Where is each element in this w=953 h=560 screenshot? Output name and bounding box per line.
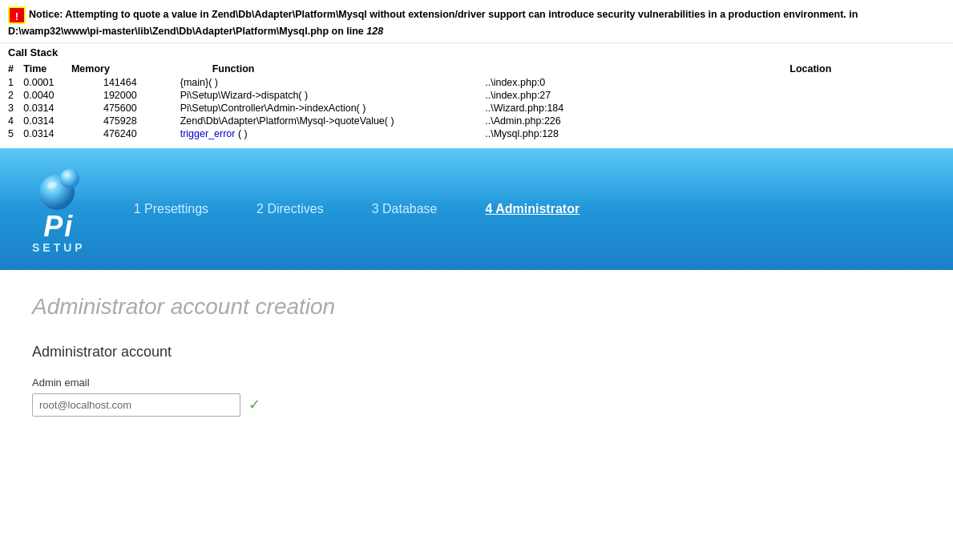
logo-sphere [34,164,83,212]
main-content: Administrator account creation Administr… [0,270,953,453]
email-input[interactable] [32,393,240,417]
email-input-row: ✓ [32,393,921,417]
section-title: Administrator account [32,344,921,361]
table-row: 10.0001141464{main}( )..\index.php:0 [8,76,945,89]
nav-step-database[interactable]: 3 Database [372,202,438,216]
nav-step-administrator[interactable]: 4 Administrator [486,202,580,216]
email-form-group: Admin email ✓ [32,377,921,417]
col-memory: Memory [71,62,164,76]
nav-steps: 1 Presettings 2 Directives 3 Database 4 … [134,202,579,216]
table-row: 30.0314475600Pi\Setup\Controller\Admin->… [8,102,945,115]
page-title: Administrator account creation [32,294,921,320]
notice-icon: ! [8,6,26,24]
nav-step-directives[interactable]: 2 Directives [256,202,324,216]
email-label: Admin email [32,377,921,389]
logo-pi-text: Pi [43,212,74,241]
col-num: # [8,62,23,76]
col-function: Function [164,62,470,76]
call-stack-title: Call Stack [8,46,945,58]
trigger-error-link[interactable]: trigger_error [180,128,236,139]
logo-area: Pi SETUP [32,164,86,254]
nav-step-presettings[interactable]: 1 Presettings [134,202,208,216]
notice-bar: !Notice: Attempting to quote a value in … [0,0,953,43]
table-row: 50.0314476240trigger_error ( )..\Mysql.p… [8,127,945,140]
table-row: 20.0040192000Pi\Setup\Wizard->dispatch( … [8,89,945,102]
call-stack-section: Call Stack # Time Memory Function Locati… [0,43,953,148]
table-row: 40.0314475928Zend\Db\Adapter\Platform\My… [8,115,945,127]
stack-table: # Time Memory Function Location 10.00011… [8,62,945,140]
col-location: Location [469,62,945,76]
svg-point-1 [60,169,79,188]
col-time: Time [23,62,71,76]
notice-message: Notice: Attempting to quote a value in Z… [8,9,858,37]
check-icon: ✓ [248,396,260,413]
notice-line-number: 128 [366,26,383,37]
nav-header: Pi SETUP 1 Presettings 2 Directives 3 Da… [0,148,953,270]
logo-setup-text: SETUP [32,241,86,254]
